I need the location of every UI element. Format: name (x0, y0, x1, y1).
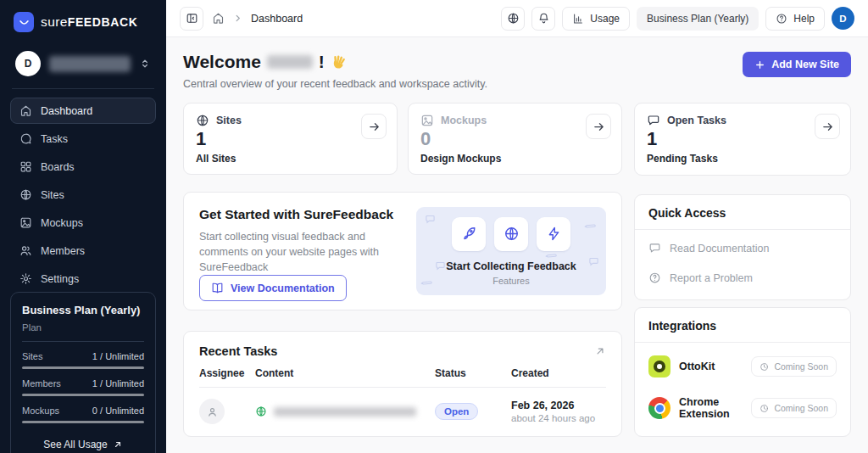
usage-progressbar (22, 394, 144, 396)
user-avatar[interactable]: D (832, 7, 854, 30)
see-all-usage-link[interactable]: See All Usage (22, 433, 144, 453)
arrow-right-icon (368, 120, 381, 133)
chevron-up-down-icon (139, 58, 151, 70)
quick-access-title: Quick Access (635, 206, 850, 230)
question-circle-icon (648, 271, 661, 284)
sidebar-item-boards[interactable]: Boards (10, 154, 156, 180)
chat-bubble-icon (19, 132, 32, 145)
sidebar-item-label: Mockups (41, 217, 83, 229)
plan-title: Business Plan (Yearly) (22, 304, 144, 316)
globe-icon (494, 217, 528, 251)
usage-row-sites: Sites1 / Unlimited (22, 351, 144, 369)
welcome-section: Welcome ! Central overview of your recen… (183, 52, 851, 90)
plan-badge[interactable]: Business Plan (Yearly) (637, 7, 759, 31)
task-content-redacted (274, 407, 416, 417)
sidebar-divider (12, 88, 154, 89)
workspace-avatar: D (15, 51, 41, 76)
sidebar-item-tasks[interactable]: Tasks (10, 126, 156, 152)
help-button[interactable]: Help (765, 7, 825, 31)
open-recent-tasks-link[interactable] (594, 345, 606, 357)
chat-bubble-icon (588, 256, 599, 267)
created-relative-time: about 24 hours ago (511, 413, 606, 423)
stat-caption: Pending Tasks (647, 153, 838, 165)
brand-bubble-icon (14, 12, 34, 32)
chat-bubble-icon (435, 260, 446, 271)
chat-bubble-icon (648, 242, 661, 254)
wave-hand-icon (331, 54, 347, 70)
panel-left-icon (186, 12, 198, 25)
notifications-button[interactable] (531, 7, 555, 31)
topbar: Dashboard Usage Business Plan (Yearly) H… (166, 0, 868, 37)
main-area: Dashboard Usage Business Plan (Yearly) H… (166, 0, 868, 453)
integration-item-ottokit: OttoKit Coming Soon (648, 346, 837, 387)
sidebar-item-mockups[interactable]: Mockups (10, 210, 156, 236)
plus-icon (754, 59, 765, 70)
usage-value: 0 / Unlimited (92, 405, 144, 416)
get-started-card: Get Started with SureFeedback Start coll… (183, 192, 622, 310)
usage-button[interactable]: Usage (562, 7, 630, 31)
breadcrumb: Dashboard (251, 13, 303, 25)
add-new-site-button[interactable]: Add New Site (743, 52, 851, 77)
read-documentation-link[interactable]: Read Documentation (648, 233, 837, 263)
chat-bubble-icon (647, 114, 660, 127)
sidebar-item-dashboard[interactable]: Dashboard (10, 98, 156, 124)
arrow-up-right-icon (113, 439, 123, 450)
workspace-switcher[interactable]: D (10, 49, 156, 78)
mockups-arrow-button[interactable] (586, 114, 611, 139)
bar-chart-icon (572, 13, 584, 25)
dashboard-content: Welcome ! Central overview of your recen… (166, 37, 868, 453)
usage-value: 1 / Unlimited (92, 351, 144, 361)
view-documentation-button[interactable]: View Documentation (199, 275, 347, 301)
usage-progressbar (22, 421, 144, 423)
arrow-right-icon (593, 120, 605, 133)
image-icon (19, 216, 32, 229)
sites-arrow-button[interactable] (361, 114, 387, 139)
sidebar: sureFEEDBACK D Dashboard Tasks Boards (0, 0, 166, 453)
app: sureFEEDBACK D Dashboard Tasks Boards (0, 0, 868, 453)
stat-card-open-tasks: Open Tasks 1 Pending Tasks (634, 103, 851, 176)
ottokit-icon (648, 355, 670, 378)
stat-card-mockups: Mockups 0 Design Mockups (408, 103, 622, 175)
column-created: Created (511, 367, 606, 379)
usage-value: 1 / Unlimited (92, 378, 144, 389)
sidebar-item-label: Sites (41, 189, 64, 201)
sidebar-item-members[interactable]: Members (10, 238, 156, 264)
sidebar-item-sites[interactable]: Sites (10, 182, 156, 208)
sidebar-item-label: Members (41, 245, 85, 257)
page-subtitle: Central overview of your recent feedback… (183, 78, 487, 90)
sidebar-item-label: Tasks (41, 133, 68, 145)
plan-subtitle: Plan (22, 322, 144, 342)
integration-name: OttoKit (679, 361, 743, 372)
coming-soon-badge: Coming Soon (751, 398, 837, 418)
recent-tasks-title: Recent Tasks (199, 344, 277, 358)
get-started-title: Get Started with SureFeedback (199, 207, 404, 222)
sidebar-item-label: Boards (41, 161, 75, 173)
stat-label: Sites (216, 115, 242, 126)
user-name-redacted (267, 55, 313, 69)
people-icon (19, 244, 32, 257)
arrow-up-right-icon (594, 345, 606, 357)
clock-icon (760, 362, 769, 372)
sidebar-item-settings[interactable]: Settings (10, 266, 156, 292)
stat-value: 1 (196, 128, 385, 149)
breadcrumb-home-icon[interactable] (212, 12, 225, 25)
column-status: Status (435, 367, 511, 379)
arrow-right-icon (821, 120, 834, 133)
language-globe-button[interactable] (501, 7, 525, 31)
sidebar-item-label: Settings (41, 273, 79, 285)
column-assignee: Assignee (199, 367, 255, 379)
report-a-problem-link[interactable]: Report a Problem (648, 263, 837, 293)
table-row[interactable]: Open Feb 26, 2026 about 24 hours ago (199, 388, 606, 424)
plan-usage-panel: Business Plan (Yearly) Plan Sites1 / Unl… (10, 292, 156, 453)
illustration-title: Start Collecting Feedback (446, 260, 576, 272)
open-tasks-arrow-button[interactable] (815, 114, 840, 139)
bell-icon (537, 12, 550, 25)
sidebar-toggle-button[interactable] (180, 7, 203, 31)
chat-bubble-icon (425, 214, 436, 225)
coming-soon-badge: Coming Soon (751, 356, 837, 377)
stat-label: Mockups (441, 115, 487, 126)
home-icon (19, 104, 32, 117)
task-content-cell (255, 405, 435, 417)
table-header: Assignee Content Status Created (199, 367, 606, 388)
stat-value: 1 (647, 128, 838, 149)
